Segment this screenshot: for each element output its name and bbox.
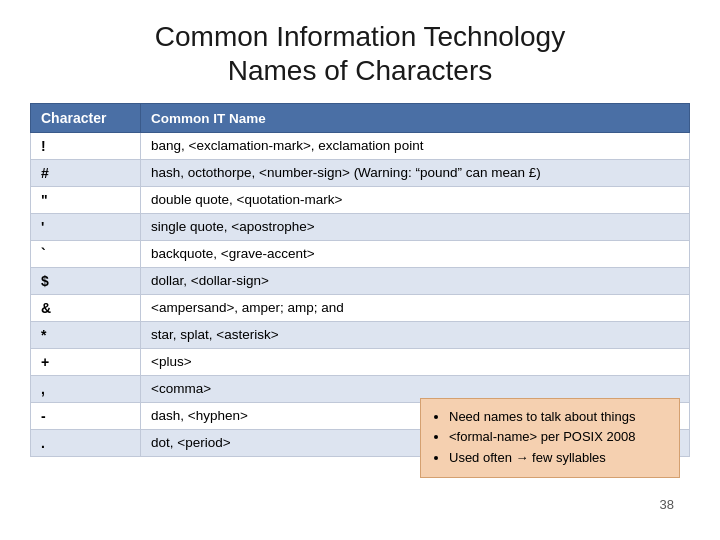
page: Common Information Technology Names of C… <box>0 0 720 540</box>
table-cell-name: backquote, <grave-accent> <box>141 241 690 268</box>
table-cell-name: star, splat, <asterisk> <box>141 322 690 349</box>
table-row: `backquote, <grave-accent> <box>31 241 690 268</box>
tooltip-box: Need names to talk about things <formal-… <box>420 398 680 478</box>
table-cell-name: <ampersand>, amper; amp; and <box>141 295 690 322</box>
table-row: *star, splat, <asterisk> <box>31 322 690 349</box>
table-cell-name: bang, <exclamation-mark>, exclamation po… <box>141 133 690 160</box>
table-row: #hash, octothorpe, <number-sign> (Warnin… <box>31 160 690 187</box>
table-cell-char: , <box>31 376 141 403</box>
page-title: Common Information Technology Names of C… <box>30 20 690 87</box>
table-header-row: Character Common IT Name <box>31 104 690 133</box>
tooltip-bullet-1: Need names to talk about things <box>449 407 667 428</box>
table-cell-char: " <box>31 187 141 214</box>
table-row: +<plus> <box>31 349 690 376</box>
table-cell-char: + <box>31 349 141 376</box>
table-cell-char: ` <box>31 241 141 268</box>
table-cell-char: $ <box>31 268 141 295</box>
table-cell-char: - <box>31 403 141 430</box>
table-cell-char: ' <box>31 214 141 241</box>
table-cell-name: <plus> <box>141 349 690 376</box>
table-row: 'single quote, <apostrophe> <box>31 214 690 241</box>
table-cell-name: single quote, <apostrophe> <box>141 214 690 241</box>
table-cell-name: double quote, <quotation-mark> <box>141 187 690 214</box>
table-cell-char: ! <box>31 133 141 160</box>
table-wrapper: Character Common IT Name !bang, <exclama… <box>30 103 690 520</box>
tooltip-bullet-3: Used often → few syllables <box>449 448 667 469</box>
table-cell-char: & <box>31 295 141 322</box>
header-character: Character <box>31 104 141 133</box>
table-cell-char: * <box>31 322 141 349</box>
page-number: 38 <box>660 497 674 512</box>
table-row: &<ampersand>, amper; amp; and <box>31 295 690 322</box>
table-row: !bang, <exclamation-mark>, exclamation p… <box>31 133 690 160</box>
table-row: "double quote, <quotation-mark> <box>31 187 690 214</box>
header-common-it-name: Common IT Name <box>141 104 690 133</box>
table-cell-char: . <box>31 430 141 457</box>
table-cell-name: dollar, <dollar-sign> <box>141 268 690 295</box>
table-cell-name: hash, octothorpe, <number-sign> (Warning… <box>141 160 690 187</box>
table-cell-char: # <box>31 160 141 187</box>
tooltip-bullet-2: <formal-name> per POSIX 2008 <box>449 427 667 448</box>
table-row: $dollar, <dollar-sign> <box>31 268 690 295</box>
